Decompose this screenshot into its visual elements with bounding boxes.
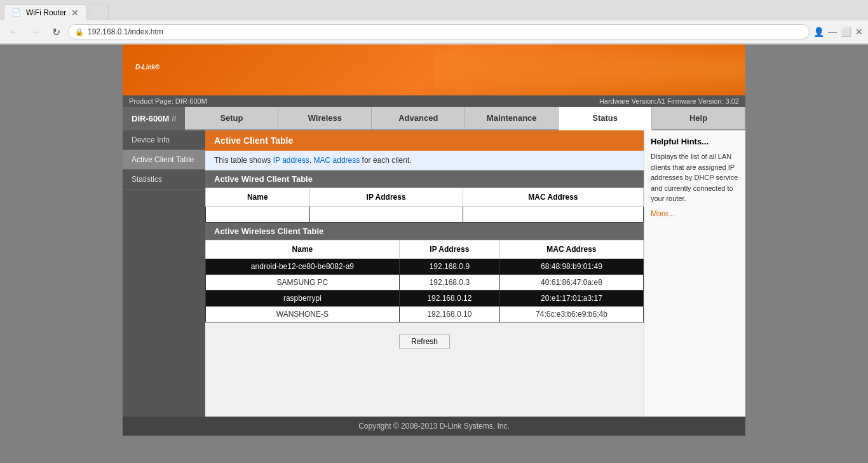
browser-bar: ← → ↻ 🔒 192.168.0.1/index.htm 👤 — ⬜ ✕ (0, 20, 868, 44)
wired-empty-ip (309, 207, 463, 223)
tab-help[interactable]: Help (652, 107, 745, 129)
page-title-bar: Active Client Table (205, 130, 644, 151)
wireless-row-0-mac: 68:48:98:b9:01:49 (499, 259, 643, 275)
browser-chrome: 📄 WiFi Router ✕ ← → ↻ 🔒 192.168.0.1/inde… (0, 0, 868, 45)
refresh-button[interactable]: Refresh (399, 334, 450, 349)
security-icon: 🔒 (75, 28, 84, 36)
nav-tabs-row: DIR-600M // Setup Wireless Advanced Main… (123, 107, 745, 130)
sidebar-item-device-info[interactable]: Device Info (123, 130, 205, 150)
desc-text-2: , (309, 156, 314, 165)
address-bar[interactable]: 🔒 192.168.0.1/index.htm (68, 24, 810, 39)
helpful-hints: Helpful Hints... Displays the list of al… (644, 130, 745, 417)
refresh-button[interactable]: ↻ (48, 25, 64, 39)
wireless-row-2-ip: 192.168.0.12 (399, 291, 499, 307)
sidebar-item-statistics[interactable]: Statistics (123, 170, 205, 190)
wireless-row-3-name: WANSHONE-S (206, 307, 400, 322)
full-page: 📄 WiFi Router ✕ ← → ↻ 🔒 192.168.0.1/inde… (0, 0, 868, 463)
new-tab-button[interactable] (90, 4, 109, 20)
router-header: D-Link® (123, 45, 745, 95)
tab-setup[interactable]: Setup (185, 107, 278, 129)
wired-empty-name (206, 207, 310, 223)
hints-more-link[interactable]: More... (651, 209, 674, 218)
router-footer: Copyright © 2008-2013 D-Link Systems, In… (123, 417, 745, 436)
wireless-client-table: Name IP Address MAC Address android-be12… (205, 240, 644, 322)
wired-section-header: Active Wired Client Table (205, 170, 644, 188)
wireless-col-name: Name (206, 240, 400, 259)
wireless-row-1-name: SAMSUNG PC (206, 275, 400, 291)
model-text: DIR-600M (132, 114, 169, 123)
hints-title: Helpful Hints... (651, 137, 739, 146)
sidebar-item-active-client[interactable]: Active Client Table (123, 150, 205, 170)
wireless-row-2-mac: 20:e1:17:01:a3:17 (499, 291, 643, 307)
desc-mac-link[interactable]: MAC address (314, 156, 360, 165)
wireless-row-0-name: android-be12-ce80-be8082-a9 (206, 259, 400, 275)
wireless-col-ip: IP Address (399, 240, 499, 259)
minimize-icon[interactable]: — (828, 27, 837, 37)
wireless-col-mac: MAC Address (499, 240, 643, 259)
hints-text: Displays the list of all LAN clients tha… (651, 151, 739, 204)
table-row: raspberrypi192.168.0.1220:e1:17:01:a3:17 (206, 291, 644, 307)
maximize-icon[interactable]: ⬜ (841, 27, 851, 37)
wired-empty-mac (463, 207, 643, 223)
table-row: android-be12-ce80-be8082-a9192.168.0.968… (206, 259, 644, 275)
wired-section-label: Active Wired Client Table (214, 174, 313, 184)
wired-col-ip: IP Address (309, 188, 463, 207)
nav-tabs: Setup Wireless Advanced Maintenance Stat… (185, 107, 745, 130)
toolbar-icons: 👤 — ⬜ ✕ (813, 27, 863, 37)
address-text: 192.168.0.1/index.htm (88, 27, 803, 36)
wireless-row-1-ip: 192.168.0.3 (399, 275, 499, 291)
wireless-row-2-name: raspberrypi (206, 291, 400, 307)
wireless-section-header: Active Wireless Client Table (205, 223, 644, 240)
product-label: Product Page: DIR-600M (129, 97, 207, 105)
desc-ip-link[interactable]: IP address (273, 156, 309, 165)
back-button[interactable]: ← (5, 25, 23, 39)
close-window-icon[interactable]: ✕ (855, 27, 863, 37)
tab-wireless[interactable]: Wireless (278, 107, 372, 129)
user-icon[interactable]: 👤 (813, 27, 824, 37)
dlink-logo: D-Link® (123, 45, 172, 95)
copyright-text: Copyright © 2008-2013 D-Link Systems, In… (358, 422, 510, 431)
wireless-row-1-mac: 40:61:86:47:0a:e8 (499, 275, 643, 291)
desc-text-1: This table shows (214, 156, 273, 165)
tab-title: WiFi Router (26, 8, 66, 17)
sidebar: Device Info Active Client Table Statisti… (123, 130, 205, 417)
table-row: WANSHONE-S192.168.0.1074:6c:e3:b6:e9:b6:… (206, 307, 644, 322)
wired-client-table: Name IP Address MAC Address (205, 188, 644, 223)
forward-button[interactable]: → (27, 25, 44, 39)
description-bar: This table shows IP address, MAC address… (205, 151, 644, 170)
router-wrapper: D-Link® Product Page: DIR-600M Hardware … (0, 45, 868, 436)
tab-maintenance[interactable]: Maintenance (465, 107, 559, 129)
wired-col-mac: MAC Address (463, 188, 643, 207)
wired-col-name: Name (206, 188, 310, 207)
tab-status[interactable]: Status (559, 107, 652, 130)
tab-bar: 📄 WiFi Router ✕ (0, 0, 868, 20)
page-title: Active Client Table (214, 135, 293, 146)
content-wrapper: Device Info Active Client Table Statisti… (123, 130, 745, 417)
browser-tab[interactable]: 📄 WiFi Router ✕ (4, 4, 87, 20)
desc-text-3: for each client. (360, 156, 411, 165)
logo-text: D-Link (135, 64, 155, 71)
wireless-section-label: Active Wireless Client Table (214, 226, 323, 236)
logo-trademark: ® (155, 64, 159, 71)
tab-close-button[interactable]: ✕ (71, 8, 79, 18)
wireless-row-0-ip: 192.168.0.9 (399, 259, 499, 275)
model-decoration: // (172, 114, 176, 123)
router-container: D-Link® Product Page: DIR-600M Hardware … (123, 45, 745, 436)
firmware-label: Hardware Version:A1 Firmware Version: 3.… (599, 97, 739, 105)
table-row (206, 207, 644, 223)
tab-advanced[interactable]: Advanced (372, 107, 465, 129)
wireless-row-3-ip: 192.168.0.10 (399, 307, 499, 322)
model-badge: DIR-600M // (123, 107, 185, 130)
info-bar: Product Page: DIR-600M Hardware Version:… (123, 95, 745, 107)
wireless-row-3-mac: 74:6c:e3:b6:e9:b6:4b (499, 307, 643, 322)
tab-icon: 📄 (12, 8, 21, 17)
main-content: Active Client Table This table shows IP … (205, 130, 644, 417)
refresh-area: Refresh (205, 322, 644, 361)
table-row: SAMSUNG PC192.168.0.340:61:86:47:0a:e8 (206, 275, 644, 291)
